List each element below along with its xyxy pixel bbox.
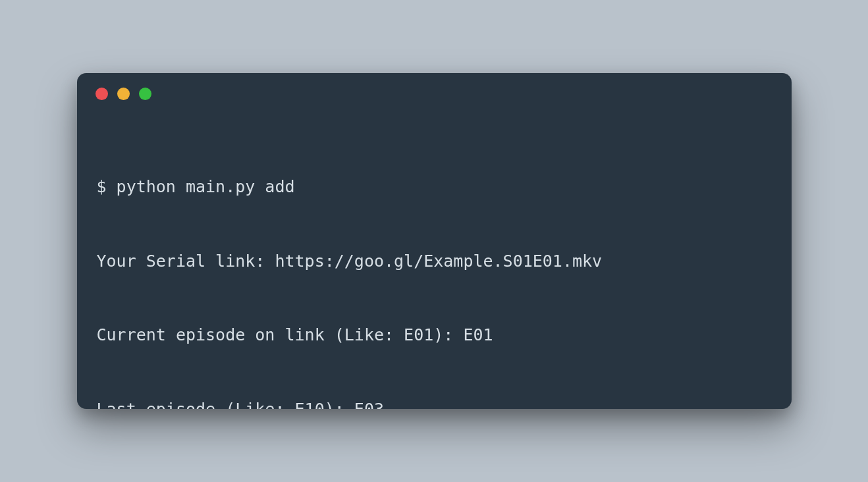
terminal-line: Last episode (Like: E10): E03 <box>97 397 772 410</box>
terminal-output[interactable]: $ python main.py add Your Serial link: h… <box>77 107 792 409</box>
terminal-window: $ python main.py add Your Serial link: h… <box>77 73 792 409</box>
terminal-line: Your Serial link: https://goo.gl/Example… <box>97 249 772 274</box>
window-titlebar <box>77 73 792 107</box>
minimize-icon[interactable] <box>117 88 130 100</box>
zoom-icon[interactable] <box>139 88 151 100</box>
close-icon[interactable] <box>95 88 108 100</box>
terminal-line: $ python main.py add <box>97 174 772 200</box>
terminal-line: Current episode on link (Like: E01): E01 <box>97 323 772 348</box>
